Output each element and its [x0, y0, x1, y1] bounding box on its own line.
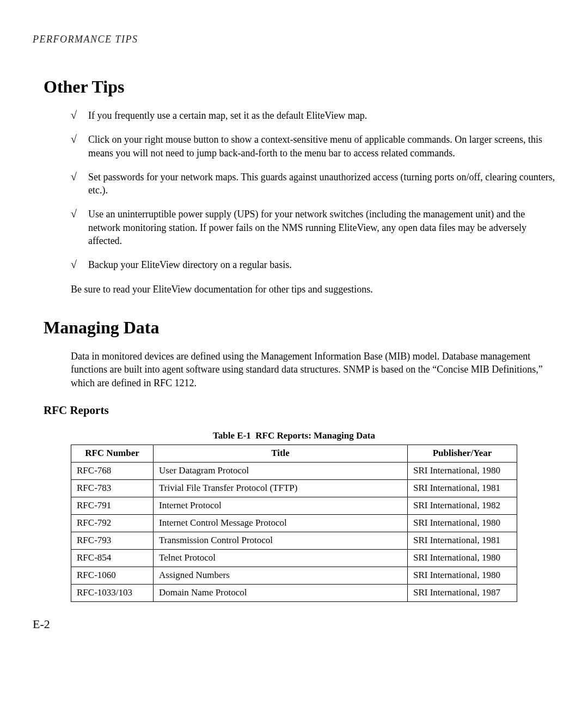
table-header-row: RFC Number Title Publisher/Year — [71, 445, 517, 462]
list-item: √ If you frequently use a certain map, s… — [71, 109, 555, 122]
cell-title: Telnet Protocol — [154, 549, 408, 567]
tips-footer: Be sure to read your EliteView documenta… — [71, 283, 555, 296]
cell-rfc-number: RFC-783 — [71, 479, 154, 497]
table-caption-label: Table E-1 — [213, 430, 251, 441]
cell-publisher-year: SRI International, 1987 — [408, 584, 517, 601]
cell-publisher-year: SRI International, 1981 — [408, 479, 517, 497]
tip-text: If you frequently use a certain map, set… — [88, 109, 555, 122]
table-caption-title: RFC Reports: Managing Data — [255, 430, 375, 441]
cell-title: Transmission Control Protocol — [154, 532, 408, 549]
th-publisher-year: Publisher/Year — [408, 445, 517, 462]
page-number: E-2 — [33, 617, 555, 631]
rfc-table: RFC Number Title Publisher/Year RFC-768U… — [71, 445, 517, 602]
cell-publisher-year: SRI International, 1982 — [408, 497, 517, 514]
managing-data-paragraph: Data in monitored devices are defined us… — [71, 350, 555, 389]
tip-text: Set passwords for your network maps. Thi… — [88, 171, 555, 197]
th-rfc-number: RFC Number — [71, 445, 154, 462]
cell-rfc-number: RFC-768 — [71, 462, 154, 479]
check-icon: √ — [71, 258, 88, 270]
check-icon: √ — [71, 133, 88, 145]
cell-publisher-year: SRI International, 1981 — [408, 532, 517, 549]
tip-text: Click on your right mouse button to show… — [88, 133, 555, 160]
cell-rfc-number: RFC-792 — [71, 514, 154, 532]
tip-text: Backup your EliteView directory on a reg… — [88, 258, 555, 271]
tips-list: √ If you frequently use a certain map, s… — [71, 109, 555, 272]
cell-publisher-year: SRI International, 1980 — [408, 549, 517, 567]
cell-title: Domain Name Protocol — [154, 584, 408, 601]
cell-title: Internet Protocol — [154, 497, 408, 514]
table-row: RFC-854Telnet ProtocolSRI International,… — [71, 549, 517, 567]
list-item: √ Use an uninterruptible power supply (U… — [71, 208, 555, 247]
table-row: RFC-791Internet ProtocolSRI Internationa… — [71, 497, 517, 514]
cell-rfc-number: RFC-1060 — [71, 567, 154, 584]
running-head: PERFORMANCE TIPS — [33, 34, 555, 45]
cell-title: Internet Control Message Protocol — [154, 514, 408, 532]
table-row: RFC-1033/103Domain Name ProtocolSRI Inte… — [71, 584, 517, 601]
heading-other-tips: Other Tips — [44, 77, 555, 97]
list-item: √ Set passwords for your network maps. T… — [71, 171, 555, 197]
table-row: RFC-792Internet Control Message Protocol… — [71, 514, 517, 532]
check-icon: √ — [71, 171, 88, 182]
table-row: RFC-783Trivial File Transfer Protocol (T… — [71, 479, 517, 497]
cell-rfc-number: RFC-793 — [71, 532, 154, 549]
cell-publisher-year: SRI International, 1980 — [408, 514, 517, 532]
list-item: √ Backup your EliteView directory on a r… — [71, 258, 555, 271]
table-row: RFC-768User Datagram ProtocolSRI Interna… — [71, 462, 517, 479]
cell-rfc-number: RFC-791 — [71, 497, 154, 514]
cell-rfc-number: RFC-1033/103 — [71, 584, 154, 601]
th-title: Title — [154, 445, 408, 462]
list-item: √ Click on your right mouse button to sh… — [71, 133, 555, 160]
cell-publisher-year: SRI International, 1980 — [408, 462, 517, 479]
table-row: RFC-1060Assigned NumbersSRI Internationa… — [71, 567, 517, 584]
tip-text: Use an uninterruptible power supply (UPS… — [88, 208, 555, 247]
cell-title: Assigned Numbers — [154, 567, 408, 584]
check-icon: √ — [71, 208, 88, 220]
table-row: RFC-793Transmission Control ProtocolSRI … — [71, 532, 517, 549]
page-container: PERFORMANCE TIPS Other Tips √ If you fre… — [0, 0, 588, 653]
cell-publisher-year: SRI International, 1980 — [408, 567, 517, 584]
cell-title: User Datagram Protocol — [154, 462, 408, 479]
subheading-rfc-reports: RFC Reports — [44, 404, 555, 417]
table-caption: Table E-1 RFC Reports: Managing Data — [33, 430, 555, 441]
check-icon: √ — [71, 109, 88, 121]
cell-title: Trivial File Transfer Protocol (TFTP) — [154, 479, 408, 497]
heading-managing-data: Managing Data — [44, 318, 555, 338]
cell-rfc-number: RFC-854 — [71, 549, 154, 567]
